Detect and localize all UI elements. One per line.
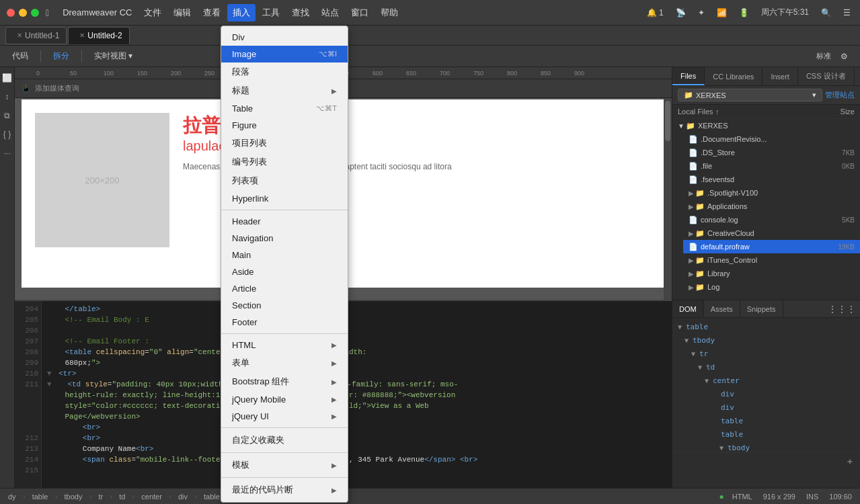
dom-add-button[interactable]: ＋	[845, 456, 855, 468]
menu-option-div[interactable]: Div	[221, 29, 348, 46]
folder-arrow-applications: ▶	[689, 203, 694, 210]
file-row-spotlight[interactable]: ▶ 📁 .Spotlight-V100	[683, 186, 860, 200]
menu-item-dreamweaver[interactable]: Dreamweaver CC	[57, 5, 137, 20]
menu-option-form[interactable]: 表单 ▶	[221, 353, 348, 372]
menu-item-view[interactable]: 查看	[198, 4, 226, 22]
menu-item-site[interactable]: 站点	[316, 4, 344, 22]
file-row-defaultprofraw[interactable]: 📄 default.profraw 19KB	[683, 240, 860, 253]
maximize-button[interactable]	[31, 9, 39, 17]
sb-table2[interactable]: table	[201, 493, 223, 501]
dom-node-tbody1[interactable]: ▼ tbody	[675, 334, 857, 347]
files-tab[interactable]: Files	[672, 67, 705, 85]
insert-tab[interactable]: Insert	[763, 67, 798, 85]
dom-node-div1[interactable]: div	[675, 388, 857, 401]
manage-site-button[interactable]: 管理站点	[825, 90, 855, 100]
close-button[interactable]	[7, 9, 15, 17]
menu-item-tools[interactable]: 工具	[257, 4, 285, 22]
menu-item-find[interactable]: 查找	[286, 4, 315, 22]
scroll-indicator[interactable]	[664, 98, 672, 300]
menu-item-insert[interactable]: 插入	[227, 4, 256, 22]
dom-tab-snippets[interactable]: Snippets	[740, 300, 783, 317]
sb-td[interactable]: td	[116, 493, 128, 501]
menu-option-main[interactable]: Main	[221, 247, 348, 263]
dom-node-tr1[interactable]: ▼ tr	[675, 347, 857, 361]
dom-node-div2[interactable]: div	[675, 401, 857, 415]
dom-tab-dom[interactable]: DOM	[672, 300, 704, 317]
menu-option-section[interactable]: Section	[221, 297, 348, 314]
menu-option-image[interactable]: Image ⌥⌘I	[221, 46, 348, 62]
file-row-xerxes[interactable]: ▼ 📁 XERXES	[672, 119, 860, 132]
tab-close-2[interactable]: ✕	[79, 32, 85, 39]
menu-option-html[interactable]: HTML ▶	[221, 337, 348, 353]
menu-option-ol[interactable]: 编号列表	[221, 153, 348, 171]
menu-option-li[interactable]: 列表项	[221, 171, 348, 190]
menu-option-ul[interactable]: 项目列表	[221, 134, 348, 153]
scroll-thumb[interactable]	[665, 101, 670, 141]
file-row-log[interactable]: ▶ 📁 Log	[683, 280, 860, 294]
sb-table1[interactable]: table	[30, 493, 51, 501]
dom-node-table3[interactable]: table	[675, 428, 857, 442]
css-designer-tab[interactable]: CSS 设计者	[798, 67, 855, 85]
menu-option-figure[interactable]: Figure	[221, 117, 348, 134]
file-row-consolelog[interactable]: 📄 console.log 5KB	[683, 213, 860, 226]
sb-div1[interactable]: div	[175, 493, 190, 501]
sidebar-arrow-icon[interactable]: ↕	[3, 90, 11, 103]
menu-option-jqueryui[interactable]: jQuery UI ▶	[221, 408, 348, 425]
sb-tbody[interactable]: tbody	[61, 493, 85, 501]
dom-node-tbody2[interactable]: ▼ tbody	[675, 442, 857, 452]
file-row-creativecloud[interactable]: ▶ 📁 CreativeCloud	[683, 226, 860, 240]
menu-option-footer[interactable]: Footer	[221, 314, 348, 331]
minimize-button[interactable]	[19, 9, 27, 17]
menu-option-article[interactable]: Article	[221, 280, 348, 297]
file-row-library[interactable]: ▶ 📁 Library	[683, 267, 860, 280]
dom-tab-assets[interactable]: Assets	[704, 300, 740, 317]
dom-node-center[interactable]: ▼ center	[675, 374, 857, 388]
menu-option-header[interactable]: Header	[221, 213, 348, 230]
menu-option-aside[interactable]: Aside	[221, 263, 348, 280]
file-row-fseventsd[interactable]: 📄 .fseventsd	[683, 173, 860, 186]
dom-panel-settings[interactable]: ⋮⋮⋮	[828, 304, 856, 314]
file-row-applications[interactable]: ▶ 📁 Applications	[683, 200, 860, 213]
menu-option-paragraph[interactable]: 段落	[221, 62, 348, 81]
file-row-file[interactable]: 📄 .file 0KB	[683, 159, 860, 173]
menu-item-edit[interactable]: 编辑	[168, 4, 196, 22]
menu-item-window[interactable]: 窗口	[346, 4, 374, 22]
sidebar-more-icon[interactable]: ···	[1, 146, 12, 160]
tab-untitled-2[interactable]: ✕ Untitled-2	[68, 27, 129, 44]
menu-option-recent-snippets[interactable]: 最近的代码片断 ▶	[221, 480, 348, 499]
menu-item-file[interactable]: 文件	[139, 4, 167, 22]
menu-option-navigation[interactable]: Navigation	[221, 230, 348, 247]
dom-node-table2[interactable]: table	[675, 415, 857, 428]
split-view-button[interactable]: 拆分	[48, 48, 75, 64]
menu-option-heading[interactable]: 标题 ▶	[221, 81, 348, 100]
dom-node-td1[interactable]: ▼ td	[675, 361, 857, 374]
sb-center[interactable]: center	[139, 493, 165, 501]
menu-item-help[interactable]: 帮助	[375, 4, 403, 22]
menu-option-template[interactable]: 模板 ▶	[221, 456, 348, 474]
menu-option-jquerymobile[interactable]: jQuery Mobile ▶	[221, 391, 348, 408]
menu-option-favorites[interactable]: 自定义收藏夹	[221, 431, 348, 450]
dom-node-table1[interactable]: ▼ table	[675, 321, 857, 334]
menu-icon[interactable]: ☰	[843, 8, 851, 17]
sb-tr[interactable]: tr	[95, 493, 106, 501]
sb-format[interactable]: HTML	[730, 493, 755, 501]
menu-option-bootstrap[interactable]: Bootstrap 组件 ▶	[221, 372, 348, 391]
file-row-docrevision[interactable]: 📄 .DocumentRevisio...	[683, 132, 860, 146]
tab-untitled-1[interactable]: ✕ Untitled-1	[5, 27, 67, 44]
file-row-dsstore[interactable]: 📄 .DS_Store 7KB	[683, 146, 860, 159]
code-view-button[interactable]: 代码	[7, 48, 34, 64]
tab-close-1[interactable]: ✕	[17, 32, 22, 39]
sidebar-css-icon[interactable]: { }	[1, 128, 13, 141]
menu-option-hyperlink[interactable]: Hyperlink	[221, 190, 348, 207]
search-icon[interactable]: 🔍	[821, 8, 831, 17]
sidebar-insert-icon[interactable]: ⬜	[0, 71, 14, 85]
file-row-itunescontrol[interactable]: ▶ 📁 iTunes_Control	[683, 253, 860, 267]
site-selector[interactable]: 📁 XERXES ▾	[678, 89, 822, 101]
menu-option-table[interactable]: Table ⌥⌘T	[221, 100, 348, 117]
settings-gear-button[interactable]: ⚙	[835, 50, 853, 63]
code-content[interactable]: </table> <!-- Email Body : E <!-- Email …	[42, 301, 672, 488]
sb-dy[interactable]: dy	[5, 493, 19, 501]
cc-libraries-tab[interactable]: CC Libraries	[705, 67, 763, 85]
sidebar-layers-icon[interactable]: ⧉	[2, 109, 12, 122]
live-view-button[interactable]: 实时视图 ▾	[89, 48, 138, 64]
